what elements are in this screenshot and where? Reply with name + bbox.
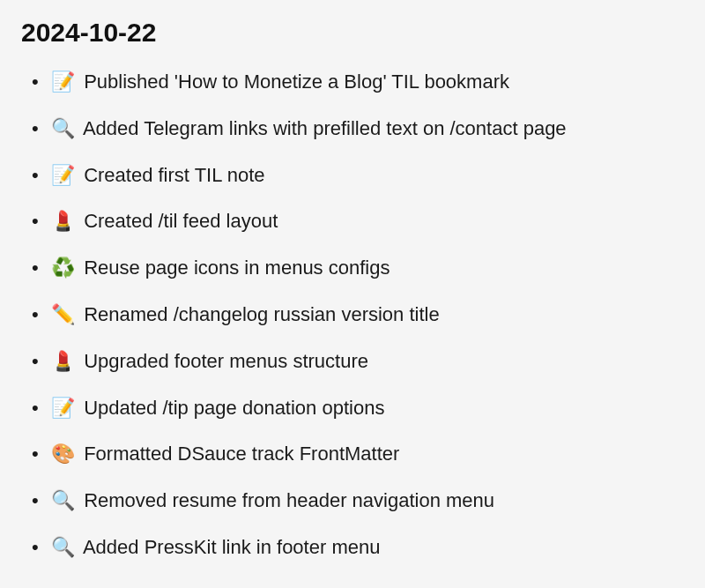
list-item-text: Renamed /changelog russian version title [84,303,440,325]
list-item-text: Added PressKit link in footer menu [83,536,381,558]
list-item-text: Created first TIL note [84,164,264,186]
pencil-icon: ✏️ [51,301,75,329]
palette-icon: 🎨 [51,441,75,468]
list-item: 📝 Published 'How to Monetize a Blog' TIL… [32,69,684,96]
changelog-list: 📝 Published 'How to Monetize a Blog' TIL… [21,69,684,562]
list-item-text: Upgraded footer menus structure [84,350,368,372]
list-item: ✏️ Renamed /changelog russian version ti… [32,301,684,329]
list-item-text: Formatted DSauce track FrontMatter [84,443,399,465]
list-item-text: Reuse page icons in menus configs [84,257,390,279]
memo-icon: 📝 [51,162,75,190]
list-item: ♻️ Reuse page icons in menus configs [32,255,684,282]
lipstick-icon: 💄 [51,348,75,376]
list-item: 📝 Updated /tip page donation options [32,395,684,422]
list-item-text: Removed resume from header navigation me… [84,489,494,511]
list-item: 🔍 Added Telegram links with prefilled te… [32,115,684,143]
list-item: 💄 Upgraded footer menus structure [32,348,684,376]
magnifier-icon: 🔍 [51,488,75,515]
magnifier-icon: 🔍 [51,534,75,562]
list-item-text: Created /til feed layout [84,210,278,232]
date-heading: 2024-10-22 [21,18,684,48]
list-item: 🎨 Formatted DSauce track FrontMatter [32,441,684,468]
list-item-text: Published 'How to Monetize a Blog' TIL b… [84,71,509,93]
list-item: 🔍 Removed resume from header navigation … [32,488,684,515]
list-item: 📝 Created first TIL note [32,162,684,190]
list-item-text: Added Telegram links with prefilled text… [83,117,567,139]
lipstick-icon: 💄 [51,208,75,235]
memo-icon: 📝 [51,395,75,422]
magnifier-icon: 🔍 [51,115,75,143]
memo-icon: 📝 [51,69,75,96]
list-item-text: Updated /tip page donation options [84,397,384,419]
list-item: 🔍 Added PressKit link in footer menu [32,534,684,562]
recycle-icon: ♻️ [51,255,75,282]
list-item: 💄 Created /til feed layout [32,208,684,235]
